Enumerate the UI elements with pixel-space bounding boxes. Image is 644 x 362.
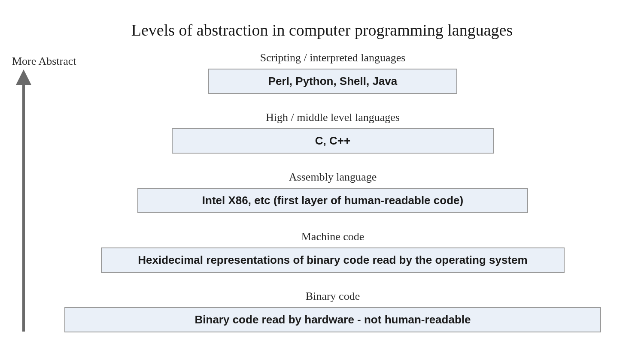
level-scripting: Scripting / interpreted languages Perl, … [47,51,618,94]
level-high-middle: High / middle level languages C, C++ [47,111,618,154]
level-machine-code: Machine code Hexidecimal representations… [47,230,618,273]
level-label: Assembly language [289,171,377,184]
level-label: Machine code [301,230,365,243]
level-label: High / middle level languages [266,111,400,124]
level-label: Binary code [306,290,360,303]
diagram-title: Levels of abstraction in computer progra… [0,21,644,39]
level-assembly: Assembly language Intel X86, etc (first … [47,171,618,213]
level-box: C, C++ [172,128,494,154]
level-box: Intel X86, etc (first layer of human-rea… [137,188,528,213]
level-box: Perl, Python, Shell, Java [208,69,457,94]
level-label: Scripting / interpreted languages [260,51,406,64]
levels-container: Scripting / interpreted languages Perl, … [47,51,618,332]
arrow-line [22,85,25,332]
level-box: Hexidecimal representations of binary co… [101,247,565,273]
level-box: Binary code read by hardware - not human… [64,307,601,332]
abstraction-arrow [22,69,31,332]
level-binary-code: Binary code Binary code read by hardware… [47,290,618,332]
arrow-head-icon [16,69,31,85]
